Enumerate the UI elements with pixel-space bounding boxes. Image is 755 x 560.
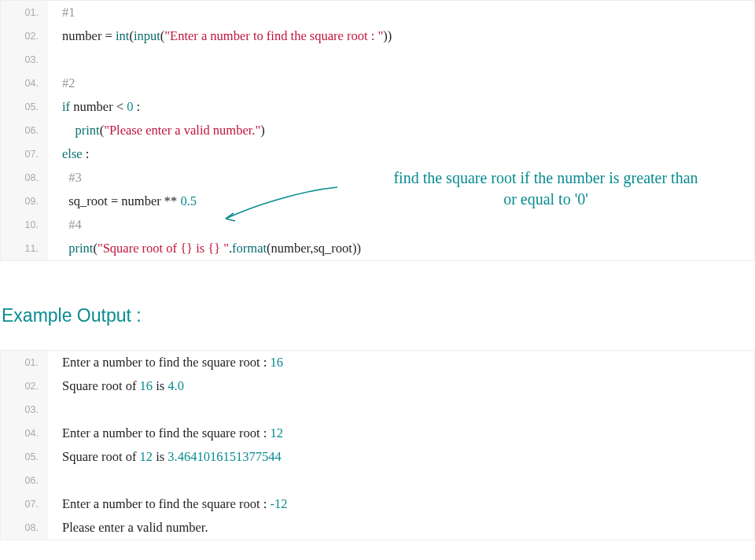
line-content: print("Square root of {} is {} ".format(… (48, 241, 361, 256)
code-line: 03. (1, 48, 754, 72)
code-line: 04.Enter a number to find the square roo… (1, 422, 754, 445)
line-number: 04. (1, 422, 48, 445)
source-code-block: 01.#102.number = int(input("Enter a numb… (0, 0, 755, 261)
line-number: 11. (1, 237, 48, 260)
line-content: #2 (48, 76, 76, 91)
code-line: 02.number = int(input("Enter a number to… (1, 24, 754, 48)
line-number: 03. (1, 48, 48, 72)
line-content: Please enter a valid number. (48, 520, 208, 536)
line-content: Square root of 16 is 4.0 (48, 378, 184, 394)
line-content: Enter a number to find the square root :… (48, 426, 283, 441)
line-content: number = int(input("Enter a number to fi… (48, 28, 392, 44)
line-number: 10. (1, 213, 48, 237)
line-number: 07. (1, 492, 48, 516)
line-number: 02. (1, 24, 48, 48)
line-number: 04. (1, 72, 48, 95)
line-number: 03. (1, 398, 48, 422)
code-line: 10. #4 (1, 213, 754, 237)
line-content: #4 (48, 217, 82, 233)
line-content: Square root of 12 is 3.4641016151377544 (48, 449, 282, 465)
code-line: 03. (1, 398, 754, 422)
line-number: 06. (1, 469, 48, 492)
code-line: 09. sq_root = number ** 0.5 (1, 190, 754, 213)
line-number: 08. (1, 166, 48, 190)
code-line: 05.Square root of 12 is 3.46410161513775… (1, 445, 754, 469)
line-number: 08. (1, 516, 48, 540)
line-number: 07. (1, 142, 48, 166)
line-number: 01. (1, 1, 48, 24)
line-content: #3 (48, 170, 82, 186)
example-output-heading: Example Output : (0, 305, 755, 326)
code-line: 06. (1, 469, 754, 492)
code-line: 01.#1 (1, 1, 754, 24)
code-line: 08.Please enter a valid number. (1, 516, 754, 540)
line-content: else : (48, 146, 89, 162)
line-number: 06. (1, 119, 48, 142)
code-line: 07.Enter a number to find the square roo… (1, 492, 754, 516)
code-line: 07.else : (1, 142, 754, 166)
code-line: 05.if number < 0 : (1, 95, 754, 119)
line-content: Enter a number to find the square root :… (48, 496, 287, 512)
code-line: 04.#2 (1, 72, 754, 95)
code-line: 08. #3 (1, 166, 754, 190)
line-number: 05. (1, 445, 48, 469)
line-number: 05. (1, 95, 48, 119)
line-content: sq_root = number ** 0.5 (48, 193, 197, 209)
line-content: Enter a number to find the square root :… (48, 355, 283, 370)
code-line: 02.Square root of 16 is 4.0 (1, 374, 754, 398)
line-number: 02. (1, 374, 48, 398)
code-line: 11. print("Square root of {} is {} ".for… (1, 237, 754, 260)
line-number: 01. (1, 351, 48, 374)
line-content: print("Please enter a valid number.") (48, 123, 265, 138)
code-line: 06. print("Please enter a valid number."… (1, 119, 754, 142)
line-number: 09. (1, 190, 48, 213)
output-code-block: 01.Enter a number to find the square roo… (0, 350, 755, 540)
line-content: #1 (48, 5, 76, 20)
code-line: 01.Enter a number to find the square roo… (1, 351, 754, 374)
line-content: if number < 0 : (48, 99, 140, 115)
